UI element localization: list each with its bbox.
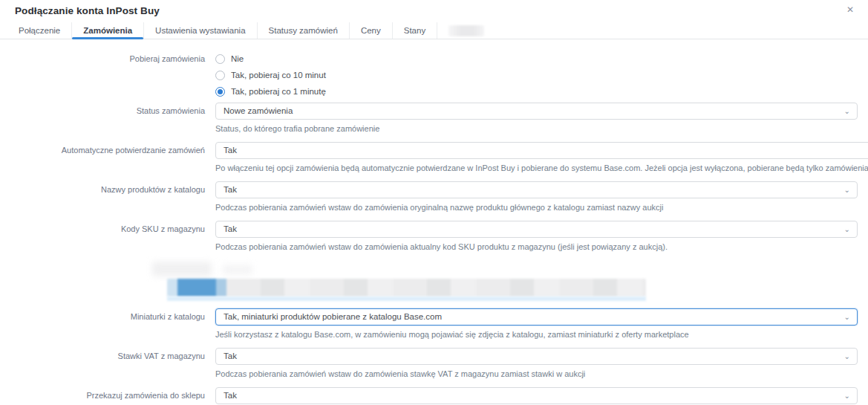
automatyczne-potwierdzanie-select[interactable]: Tak ⌄ bbox=[215, 142, 868, 159]
help-text: Jeśli korzystasz z katalogu Base.com, w … bbox=[215, 329, 858, 340]
select-value: Tak bbox=[223, 185, 237, 194]
tab-redacted[interactable] bbox=[437, 22, 495, 39]
radio-option-nie[interactable]: Nie bbox=[215, 51, 858, 67]
select-value: Tak bbox=[223, 351, 237, 360]
chevron-down-icon: ⌄ bbox=[844, 104, 850, 119]
help-text: Po włączeniu tej opcji zamówienia będą a… bbox=[215, 163, 868, 174]
field-label: Kody SKU z magazynu bbox=[0, 221, 215, 253]
radio-icon bbox=[215, 54, 225, 64]
chevron-down-icon: ⌄ bbox=[844, 389, 850, 404]
redacted-tab-blob bbox=[448, 25, 484, 36]
row-nazwy-produktow: Nazwy produktów z katalogu Tak ⌄ Podczas… bbox=[0, 181, 868, 213]
stawki-vat-select[interactable]: Tak ⌄ bbox=[215, 348, 858, 365]
field-label: Nazwy produktów z katalogu bbox=[0, 181, 215, 213]
select-value: Tak bbox=[223, 146, 237, 155]
redacted-smudge bbox=[152, 262, 212, 276]
row-pobieraj-zamowienia: Pobieraj zamówienia Nie Tak, pobieraj co… bbox=[0, 51, 868, 100]
radio-option-label: Nie bbox=[231, 54, 244, 63]
field-label: Status zamówienia bbox=[0, 103, 215, 135]
chevron-down-icon: ⌄ bbox=[844, 349, 850, 364]
tab-bar: Połączenie Zamówienia Ustawienia wystawi… bbox=[0, 22, 868, 39]
redacted-content-region bbox=[0, 260, 868, 301]
tab-stany[interactable]: Stany bbox=[393, 22, 437, 39]
status-zamowienia-select[interactable]: Nowe zamówienia ⌄ bbox=[215, 103, 858, 120]
radio-option-co-1-minute[interactable]: Tak, pobieraj co 1 minutę bbox=[215, 83, 858, 100]
tab-ustawienia-wystawiania[interactable]: Ustawienia wystawiania bbox=[144, 22, 257, 39]
tab-ceny[interactable]: Ceny bbox=[350, 22, 393, 39]
tab-polaczenie[interactable]: Połączenie bbox=[7, 22, 72, 39]
row-miniaturki: Miniaturki z katalogu Tak, miniaturki pr… bbox=[0, 308, 868, 340]
field-label: Przekazuj zamówienia do sklepu bbox=[0, 387, 215, 405]
redacted-strip bbox=[167, 297, 646, 301]
help-text: Podczas pobierania zamówień wstaw do zam… bbox=[215, 202, 858, 213]
radio-selected-icon bbox=[215, 87, 225, 97]
field-label: Pobieraj zamówienia bbox=[0, 51, 215, 100]
nazwy-produktow-select[interactable]: Tak ⌄ bbox=[215, 181, 858, 198]
orders-settings-form: Pobieraj zamówienia Nie Tak, pobieraj co… bbox=[0, 39, 868, 405]
field-label: Automatyczne potwierdzanie zamówień bbox=[0, 142, 215, 174]
chevron-down-icon: ⌄ bbox=[844, 222, 850, 237]
radio-group-pobieraj: Nie Tak, pobieraj co 10 minut Tak, pobie… bbox=[215, 51, 868, 100]
select-value: Tak bbox=[223, 224, 237, 233]
field-label: Stawki VAT z magazynu bbox=[0, 348, 215, 380]
tab-zamowienia[interactable]: Zamówienia bbox=[72, 22, 144, 39]
radio-option-label: Tak, pobieraj co 1 minutę bbox=[231, 87, 326, 96]
chevron-down-icon: ⌄ bbox=[844, 183, 850, 198]
page-title: Podłączanie konta InPost Buy bbox=[15, 5, 160, 16]
radio-icon bbox=[215, 71, 225, 80]
redacted-bar bbox=[167, 279, 646, 297]
przekazuj-zamowienia-select[interactable]: Tak ⌄ bbox=[215, 387, 858, 404]
close-icon[interactable]: ✕ bbox=[846, 4, 854, 15]
redacted-smudge bbox=[223, 265, 252, 275]
help-text: Podczas pobierania zamówień wstaw do zam… bbox=[215, 242, 858, 253]
modal-header: Podłączanie konta InPost Buy ✕ bbox=[0, 0, 868, 22]
chevron-down-icon: ⌄ bbox=[844, 310, 850, 325]
radio-option-co-10-minut[interactable]: Tak, pobieraj co 10 minut bbox=[215, 67, 858, 83]
tab-statusy-zamowien[interactable]: Statusy zamówień bbox=[258, 22, 350, 39]
select-value: Tak, miniaturki produktów pobierane z ka… bbox=[223, 312, 442, 321]
row-automatyczne-potwierdzanie: Automatyczne potwierdzanie zamówień Tak … bbox=[0, 142, 868, 174]
miniaturki-select[interactable]: Tak, miniaturki produktów pobierane z ka… bbox=[215, 308, 858, 325]
row-status-zamowienia: Status zamówienia Nowe zamówienia ⌄ Stat… bbox=[0, 103, 868, 135]
row-stawki-vat: Stawki VAT z magazynu Tak ⌄ Podczas pobi… bbox=[0, 348, 868, 380]
help-text: Podczas pobierania zamówień wstaw do zam… bbox=[215, 369, 858, 380]
field-label: Miniaturki z katalogu bbox=[0, 308, 215, 340]
row-przekazuj-zamowienia: Przekazuj zamówienia do sklepu Tak ⌄ bbox=[0, 387, 868, 405]
radio-option-label: Tak, pobieraj co 10 minut bbox=[231, 71, 326, 80]
inpost-buy-settings-modal: Podłączanie konta InPost Buy ✕ Połączeni… bbox=[0, 0, 868, 405]
select-value: Nowe zamówienia bbox=[223, 106, 293, 115]
select-value: Tak bbox=[223, 391, 237, 400]
row-kody-sku: Kody SKU z magazynu Tak ⌄ Podczas pobier… bbox=[0, 221, 868, 253]
help-text: Status, do którego trafia pobrane zamówi… bbox=[215, 123, 858, 135]
kody-sku-select[interactable]: Tak ⌄ bbox=[215, 221, 858, 238]
